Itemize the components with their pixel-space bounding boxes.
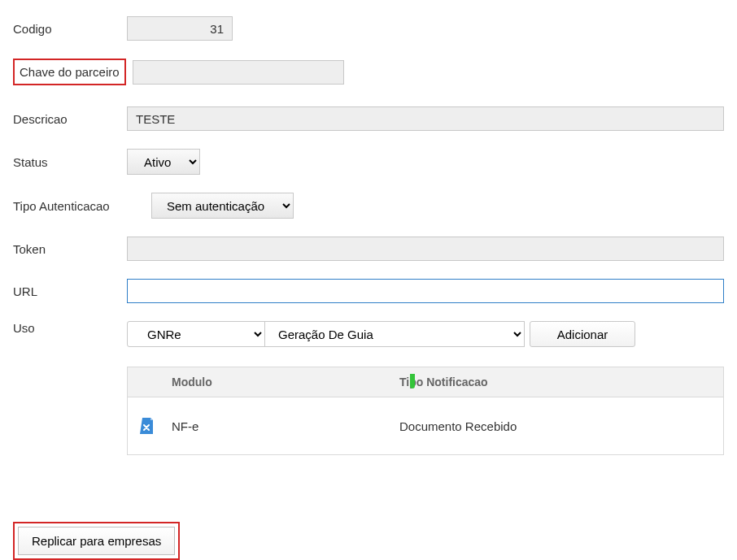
replicar-empresas-button[interactable]: Replicar para empresas: [18, 527, 175, 555]
token-label: Token: [13, 242, 127, 256]
uso-tipo-select[interactable]: Geração De Guia: [264, 321, 525, 347]
tipo-autenticacao-label: Tipo Autenticacao: [13, 199, 151, 213]
tipo-autenticacao-select[interactable]: Sem autenticação: [151, 193, 294, 219]
url-label: URL: [13, 284, 127, 298]
uso-modulo-select[interactable]: GNRe: [127, 321, 265, 347]
url-field[interactable]: [127, 279, 724, 303]
grid-header-modulo: Modulo: [165, 367, 393, 397]
table-row: NF-e Documento Recebido: [128, 397, 723, 454]
grid-cell-modulo: NF-e: [165, 413, 393, 440]
chave-parceiro-field[interactable]: [133, 60, 344, 85]
status-label: Status: [13, 155, 127, 169]
token-field[interactable]: [127, 237, 724, 261]
adicionar-button[interactable]: Adicionar: [530, 321, 635, 347]
grid-header-tipo: Tipo Notificacao: [393, 367, 723, 397]
cursor-overlay-icon: [410, 374, 415, 389]
delete-row-icon[interactable]: [140, 418, 153, 434]
codigo-label: Codigo: [13, 22, 127, 36]
status-select[interactable]: Ativo: [127, 149, 200, 175]
grid-cell-tipo: Documento Recebido: [393, 413, 723, 440]
uso-grid: Modulo Tipo Notificacao NF-: [127, 367, 724, 455]
codigo-field[interactable]: [127, 16, 233, 41]
descricao-label: Descricao: [13, 112, 127, 126]
uso-label: Uso: [13, 321, 127, 335]
descricao-field[interactable]: [127, 106, 724, 131]
chave-parceiro-label: Chave do parceiro: [13, 59, 126, 85]
replicar-highlight-box: Replicar para empresas: [13, 522, 180, 560]
